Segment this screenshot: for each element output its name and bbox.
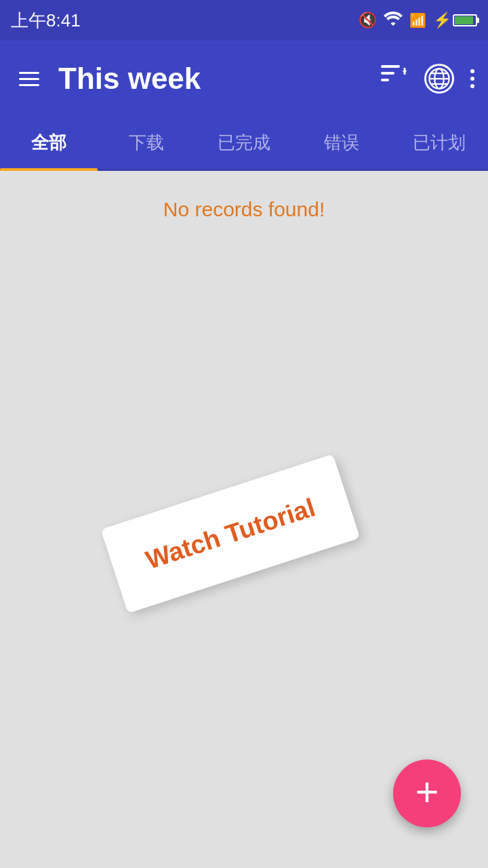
tab-download[interactable]: 下载 <box>98 117 195 169</box>
svg-rect-2 <box>381 79 389 81</box>
hamburger-menu-button[interactable] <box>14 66 45 92</box>
tutorial-label: Watch Tutorial <box>142 492 319 574</box>
mute-icon: 🔇 <box>359 12 377 29</box>
lightning-icon: ⚡ <box>433 12 451 29</box>
tab-completed[interactable]: 已完成 <box>195 117 293 169</box>
tab-planned[interactable]: 已计划 <box>390 117 488 169</box>
content-area: No records found! Watch Tutorial + <box>0 171 488 868</box>
status-icons: 🔇 📶 ⚡ <box>359 11 477 30</box>
empty-message: No records found! <box>0 171 488 221</box>
wifi-icon <box>384 11 403 30</box>
add-button[interactable]: + <box>393 760 461 827</box>
signal-icon: 📶 <box>409 12 426 28</box>
svg-rect-0 <box>381 65 400 68</box>
more-options-button[interactable] <box>470 69 474 88</box>
watch-tutorial-button[interactable]: Watch Tutorial <box>101 454 361 614</box>
svg-rect-1 <box>381 72 394 75</box>
tab-all[interactable]: 全部 <box>0 117 98 169</box>
app-bar: This week <box>0 41 488 117</box>
status-bar: 上午8:41 🔇 📶 ⚡ <box>0 0 488 41</box>
toolbar-icons <box>381 64 474 94</box>
status-time: 上午8:41 <box>11 9 81 33</box>
tab-bar: 全部 下载 已完成 错误 已计划 <box>0 117 488 171</box>
globe-button[interactable] <box>424 64 454 94</box>
battery-icon: ⚡ <box>433 12 477 29</box>
app-title: This week <box>58 62 367 96</box>
add-icon: + <box>415 772 439 812</box>
tab-error[interactable]: 错误 <box>293 117 390 169</box>
sort-button[interactable] <box>381 64 408 93</box>
